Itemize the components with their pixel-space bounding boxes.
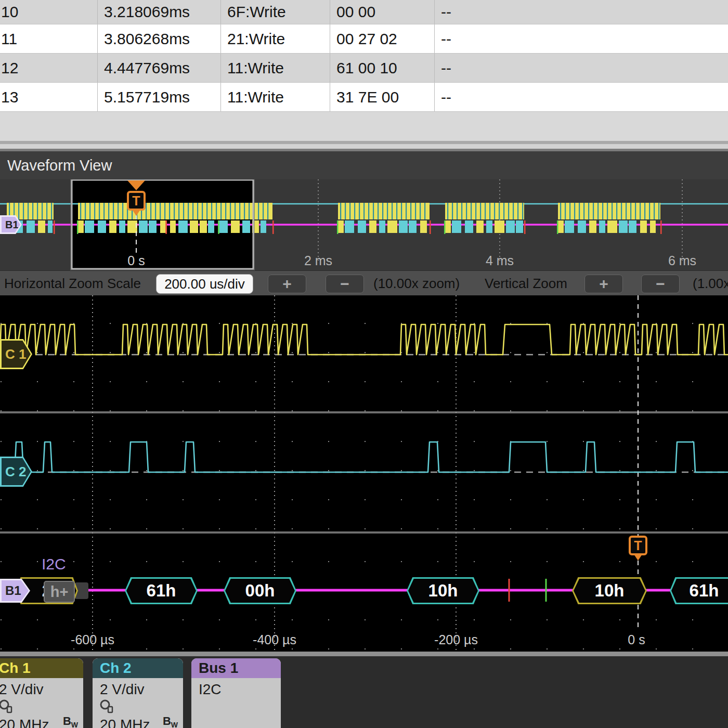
table-row[interactable]: 124.447769ms11:Write61 00 10-- — [0, 54, 728, 83]
cell-data: 00 27 02 — [330, 24, 434, 53]
table-row[interactable]: 135.157719ms11:Write31 7E 00-- — [0, 83, 728, 112]
channel-card-scale: I2C — [199, 681, 281, 698]
horizontal-zoom-scale-label: Horizontal Zoom Scale — [4, 271, 141, 296]
bus-decode-bubble[interactable]: 10h — [407, 577, 479, 604]
bus-protocol-label: I2C — [42, 555, 66, 573]
main-time-label: -200 µs — [434, 632, 478, 647]
vertical-zoom-plus-button[interactable]: + — [584, 275, 623, 293]
cell-time: 5.157719ms — [97, 83, 220, 111]
channel-card-ch-2[interactable]: Ch 22 V/div20 MHzBW — [93, 658, 183, 728]
zoomed-waveform-area[interactable]: C 1C 22h+B1I2C61h00h10h10h61hT-600 µs-40… — [0, 295, 728, 656]
channel-card-bus-1[interactable]: Bus 1I2C — [191, 658, 281, 728]
cell-data: 00 00 — [330, 0, 434, 24]
cell-time: 3.218069ms — [97, 0, 220, 24]
zoom-controls-bar: Horizontal Zoom Scale 200.00 us/div + − … — [0, 270, 728, 295]
splitter-handle[interactable] — [0, 144, 728, 149]
channel-card-ch-1[interactable]: Ch 12 V/div20 MHzBW — [0, 658, 83, 728]
cell-ack: -- — [434, 24, 728, 53]
bandwidth-limit-icon: BW — [163, 714, 178, 728]
horizontal-zoom-minus-button[interactable]: − — [326, 275, 364, 293]
cell-index: 11 — [0, 24, 97, 53]
channel-card-title: Ch 2 — [93, 658, 183, 678]
cell-address: 21:Write — [220, 24, 330, 53]
cell-time: 3.806268ms — [97, 24, 220, 53]
oscilloscope-screen: 103.218069ms6F:Write00 00--113.806268ms2… — [0, 0, 728, 728]
cell-address: 6F:Write — [220, 0, 330, 24]
channel-card-title: Ch 1 — [0, 658, 83, 678]
waveform-view-title: Waveform View — [7, 157, 112, 174]
probe-icon — [0, 698, 15, 718]
main-time-label: -400 µs — [253, 632, 296, 647]
channel-card-scale: 2 V/div — [0, 681, 83, 698]
table-row[interactable]: 113.806268ms21:Write00 27 02-- — [0, 24, 728, 54]
cell-ack: -- — [434, 54, 728, 82]
main-time-label: 0 s — [628, 632, 645, 647]
cell-index: 13 — [0, 83, 97, 111]
channel-card-bandwidth: 20 MHz — [100, 717, 150, 728]
cell-data: 31 7E 00 — [330, 83, 434, 111]
vertical-zoom-factor-label: (1.00x — [693, 271, 728, 296]
cell-index: 12 — [0, 54, 97, 82]
main-trigger-flag-icon[interactable]: T — [629, 536, 647, 555]
table-empty-area — [0, 112, 728, 141]
overview-time-label: 4 ms — [486, 253, 514, 268]
bus-decode-bubble[interactable]: 10h — [572, 577, 647, 604]
horizontal-zoom-factor-label: (10.00x zoom) — [373, 271, 460, 296]
decode-results-table[interactable]: 103.218069ms6F:Write00 00--113.806268ms2… — [0, 0, 728, 112]
cell-ack: -- — [434, 0, 728, 24]
channel1-badge[interactable]: C 1 — [0, 339, 32, 369]
probe-icon — [98, 698, 115, 718]
overview-trigger-flag-icon[interactable]: T — [127, 191, 146, 211]
overview-time-label: 6 ms — [668, 253, 696, 268]
cell-ack: -- — [434, 83, 728, 111]
cell-address: 11:Write — [220, 54, 330, 82]
horizontal-zoom-scale-input[interactable]: 200.00 us/div — [156, 274, 253, 294]
overview-time-label: 2 ms — [304, 253, 332, 268]
main-time-label: -600 µs — [71, 632, 114, 647]
waveform-view-titlebar[interactable]: Waveform View — [0, 151, 728, 179]
vertical-zoom-label: Vertical Zoom — [485, 271, 567, 296]
table-row[interactable]: 103.218069ms6F:Write00 00-- — [0, 0, 728, 24]
bus-start-bubble-grey-box: h+ — [44, 581, 75, 603]
bandwidth-limit-icon: BW — [63, 714, 78, 728]
bus-decode-bubble[interactable]: 00h — [224, 577, 296, 604]
bus-decode-bubble[interactable]: 61h — [670, 577, 728, 604]
channel-card-bandwidth: 20 MHz — [0, 717, 49, 728]
overview-time-label: 0 s — [127, 253, 145, 268]
horizontal-zoom-plus-button[interactable]: + — [268, 275, 306, 293]
cell-data: 61 00 10 — [330, 54, 434, 82]
vertical-zoom-minus-button[interactable]: − — [641, 275, 680, 293]
bus-decode-bubble[interactable]: 61h — [125, 577, 198, 604]
overview-trigger-flag-tip-icon — [132, 210, 140, 216]
cell-address: 11:Write — [220, 83, 330, 111]
channel-card-scale: 2 V/div — [100, 681, 183, 698]
channel-card-title: Bus 1 — [191, 658, 281, 678]
waveform-overview-strip[interactable]: TB10 s2 ms4 ms6 ms — [0, 179, 728, 270]
channel-badges-bar: Ch 12 V/div20 MHzBWCh 22 V/div20 MHzBWBu… — [0, 656, 728, 728]
main-trigger-flag-tip-icon — [634, 554, 642, 561]
cell-time: 4.447769ms — [97, 54, 220, 82]
channel2-badge[interactable]: C 2 — [0, 457, 32, 487]
cell-index: 10 — [0, 0, 97, 24]
